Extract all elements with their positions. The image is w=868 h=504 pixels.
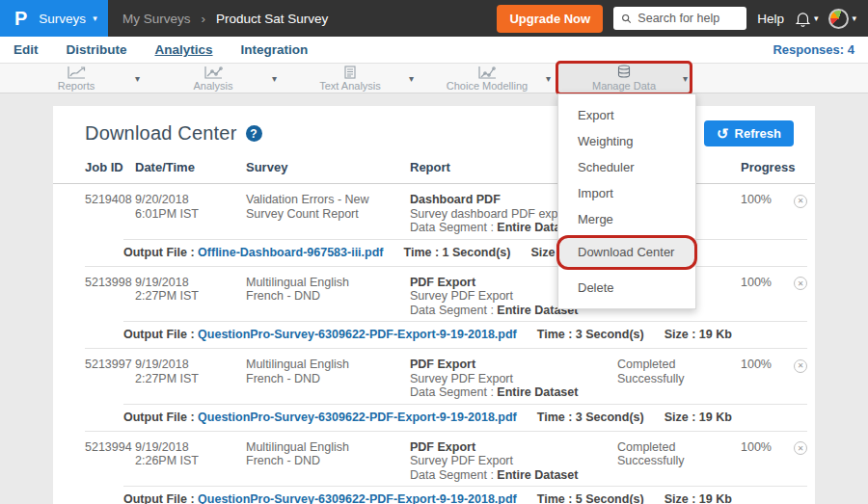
menu-item-merge[interactable]: Merge xyxy=(558,206,695,232)
breadcrumb: My Surveys › Product Sat Survey xyxy=(122,12,328,26)
surveys-product-menu[interactable]: P Surveys ▾ xyxy=(0,0,108,37)
job-time: Time : 3 Second(s) xyxy=(537,411,644,424)
column-progress: Progress xyxy=(741,160,794,174)
refresh-label: Refresh xyxy=(735,126,781,141)
toolbar-label: Analysis xyxy=(194,80,233,92)
product-menu-label: Surveys xyxy=(39,12,86,26)
survey-nav: Edit Distribute Analytics Integration Re… xyxy=(0,37,868,63)
job-size: Size : 19 Kb xyxy=(665,328,732,341)
job-output-row: Output File : QuestionPro-Survey-6309622… xyxy=(123,404,807,431)
chevron-down-icon[interactable]: ▾ xyxy=(409,73,414,84)
output-file-link[interactable]: QuestionPro-Survey-6309622-PDF-Export-9-… xyxy=(198,328,517,341)
tab-distribute[interactable]: Distribute xyxy=(67,42,127,57)
chevron-down-icon: ▾ xyxy=(852,14,856,23)
menu-item-import[interactable]: Import xyxy=(558,180,695,206)
account-menu-button[interactable]: ▾ xyxy=(828,9,856,29)
toolbar-label: Manage Data xyxy=(592,80,656,92)
job-date: 9/19/2018 2:27PM IST xyxy=(135,276,246,304)
cancel-job-icon[interactable]: ✕ xyxy=(794,441,807,455)
bell-icon xyxy=(795,11,811,27)
job-time: Time : 5 Second(s) xyxy=(537,492,644,504)
upgrade-now-button[interactable]: Upgrade Now xyxy=(497,5,603,33)
table-row: 5213998 9/19/2018 2:27PM IST Multilingua… xyxy=(53,267,815,350)
help-link[interactable]: Help xyxy=(757,12,784,26)
output-file-link[interactable]: QuestionPro-Survey-6309622-PDF-Export-9-… xyxy=(198,492,517,504)
cancel-job-icon[interactable]: ✕ xyxy=(794,195,807,208)
cancel-job-icon[interactable]: ✕ xyxy=(794,277,807,290)
job-time: Time : 1 Second(s) xyxy=(404,246,511,259)
toolbar-label: Reports xyxy=(58,80,95,92)
menu-item-download-center[interactable]: Download Center xyxy=(558,238,695,267)
table-row: 5219408 9/20/2018 6:01PM IST Validation … xyxy=(53,184,815,267)
job-time: Time : 3 Second(s) xyxy=(537,328,644,341)
column-survey: Survey xyxy=(246,160,410,174)
tab-integration[interactable]: Integration xyxy=(241,42,309,57)
job-id: 5219408 xyxy=(85,193,135,207)
breadcrumb-my-surveys[interactable]: My Surveys xyxy=(122,12,191,26)
refresh-icon: ↺ xyxy=(717,126,729,141)
toolbar-analysis-button[interactable]: Analysis ▾ xyxy=(145,64,282,93)
database-icon xyxy=(616,65,632,79)
toolbar-text-analysis-button[interactable]: Text Analysis ▾ xyxy=(282,64,419,93)
chevron-down-icon[interactable]: ▾ xyxy=(272,73,277,84)
menu-item-export[interactable]: Export xyxy=(558,102,695,128)
job-progress: 100% xyxy=(741,440,794,455)
download-center-panel: Download Center ? ↺ Refresh Job ID Date/… xyxy=(53,106,815,504)
job-id: 5213994 xyxy=(85,440,135,455)
job-id: 5213997 xyxy=(85,358,135,372)
chevron-down-icon[interactable]: ▾ xyxy=(683,73,688,84)
table-header: Job ID Date/Time Survey Report Progress xyxy=(53,155,815,184)
chevron-down-icon[interactable]: ▾ xyxy=(546,73,551,84)
line-chart-icon xyxy=(67,66,86,79)
job-survey: Validation Errors - New Survey Count Rep… xyxy=(246,193,410,221)
job-date: 9/19/2018 2:26PM IST xyxy=(135,440,246,468)
toolbar-reports-button[interactable]: Reports ▾ xyxy=(8,64,145,93)
help-search-box xyxy=(613,7,746,30)
menu-item-scheduler[interactable]: Scheduler xyxy=(558,154,695,180)
column-job-id: Job ID xyxy=(85,160,135,174)
output-file-link[interactable]: Offline-Dashboard-967583-iii.pdf xyxy=(198,246,383,259)
job-report: PDF Export Survey PDF Export Data Segmen… xyxy=(410,440,617,483)
toolbar-label: Choice Modelling xyxy=(447,80,528,92)
trend-chart-icon xyxy=(477,66,497,79)
refresh-button[interactable]: ↺ Refresh xyxy=(704,120,794,146)
breadcrumb-current-survey: Product Sat Survey xyxy=(216,12,328,26)
breadcrumb-separator-icon: › xyxy=(202,12,206,26)
job-status: Completed Successfully xyxy=(617,440,741,468)
table-row: 5213994 9/19/2018 2:26PM IST Multilingua… xyxy=(53,432,815,504)
toolbar-manage-data-button[interactable]: Manage Data ▾ xyxy=(556,64,692,93)
job-output-row: Output File : Offline-Dashboard-967583-i… xyxy=(123,239,807,266)
avatar xyxy=(828,9,849,29)
column-date-time: Date/Time xyxy=(135,160,246,174)
menu-item-weighting[interactable]: Weighting xyxy=(558,128,695,154)
chevron-down-icon[interactable]: ▾ xyxy=(135,73,140,84)
page-title: Download Center xyxy=(85,122,237,145)
menu-item-delete[interactable]: Delete xyxy=(558,275,695,301)
manage-data-menu: Export Weighting Scheduler Import Merge … xyxy=(557,93,696,309)
tab-analytics[interactable]: Analytics xyxy=(155,42,213,57)
notifications-button[interactable]: ▾ xyxy=(795,11,819,27)
job-survey: Multilingual English French - DND xyxy=(246,440,410,468)
job-progress: 100% xyxy=(741,358,794,372)
toolbar-choice-modelling-button[interactable]: Choice Modelling ▾ xyxy=(419,64,556,93)
job-progress: 100% xyxy=(741,193,794,207)
toolbar-label: Text Analysis xyxy=(319,80,381,92)
job-output-row: Output File : QuestionPro-Survey-6309622… xyxy=(123,486,807,504)
tab-edit[interactable]: Edit xyxy=(14,42,39,57)
output-file-link[interactable]: QuestionPro-Survey-6309622-PDF-Export-9-… xyxy=(198,411,517,424)
questionpro-logo: P xyxy=(14,8,27,30)
job-report: PDF Export Survey PDF Export Data Segmen… xyxy=(410,358,617,400)
job-progress: 100% xyxy=(741,276,794,290)
job-size: Size : 19 Kb xyxy=(665,411,732,424)
analytics-toolbar: Reports ▾ Analysis ▾ Text Analysis ▾ Cho… xyxy=(0,63,868,93)
job-survey: Multilingual English French - DND xyxy=(246,358,410,385)
document-icon xyxy=(343,66,357,79)
job-status: Completed Successfully xyxy=(617,358,741,385)
chevron-down-icon: ▾ xyxy=(93,14,97,23)
search-input[interactable] xyxy=(637,12,739,25)
table-row: 5213997 9/19/2018 2:27PM IST Multilingua… xyxy=(53,349,815,432)
cancel-job-icon[interactable]: ✕ xyxy=(794,359,807,373)
job-survey: Multilingual English French - DND xyxy=(246,276,410,304)
help-badge-icon[interactable]: ? xyxy=(246,125,262,142)
job-date: 9/20/2018 6:01PM IST xyxy=(135,193,246,221)
